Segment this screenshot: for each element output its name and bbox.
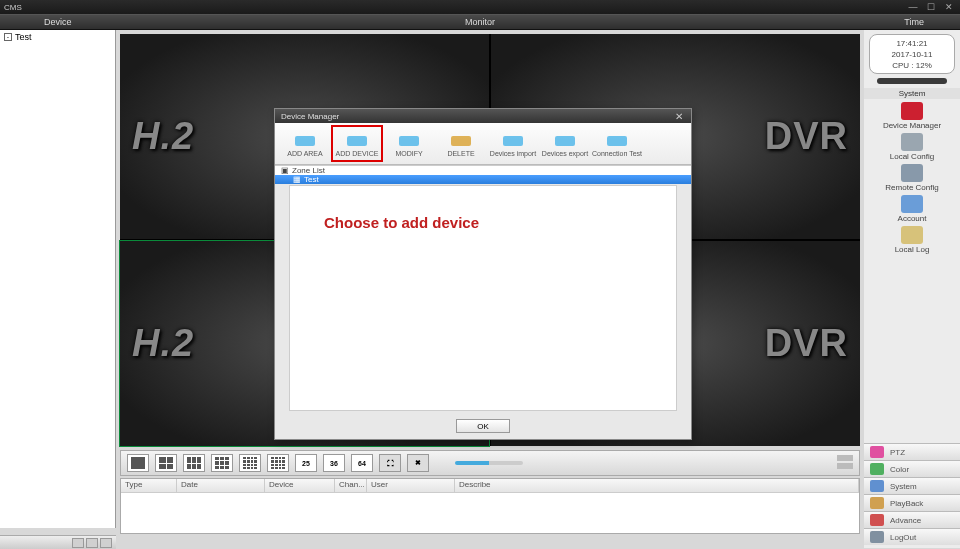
toolbar-label: MODIFY — [395, 150, 422, 157]
svg-rect-4 — [503, 136, 523, 146]
system-icon — [901, 133, 923, 151]
grid-1-button[interactable] — [127, 454, 149, 472]
th-type[interactable]: Type — [121, 479, 177, 492]
system-item-device-manager[interactable]: Device Manager — [883, 102, 941, 130]
devices-export-button[interactable]: Devices export — [539, 125, 591, 162]
minimize-button[interactable]: — — [906, 2, 920, 12]
window-controls: — ☐ ✕ — [906, 2, 956, 12]
maximize-button[interactable]: ☐ — [924, 2, 938, 12]
tree-root-label: Test — [15, 32, 32, 42]
svg-rect-1 — [347, 136, 367, 146]
tree-root-item[interactable]: - Test — [0, 30, 115, 44]
toolbar-icon — [291, 131, 319, 149]
system-item-account[interactable]: Account — [883, 195, 941, 223]
ptz-icon — [870, 446, 884, 458]
th-channel[interactable]: Chan... — [335, 479, 367, 492]
advance-icon — [870, 514, 884, 526]
modify-button[interactable]: MODIFY — [383, 125, 435, 162]
system-icon — [870, 480, 884, 492]
grid-9-button[interactable] — [211, 454, 233, 472]
topbar: Device Monitor Time — [0, 14, 960, 30]
tab-system[interactable]: System — [864, 477, 960, 494]
grid-6-button[interactable] — [183, 454, 205, 472]
tab-label: PTZ — [890, 448, 905, 457]
system-label: Remote Config — [885, 183, 938, 192]
date-text: 2017-10-11 — [870, 49, 954, 60]
toolbar-icon — [499, 131, 527, 149]
connection-test-button[interactable]: Connection Test — [591, 125, 643, 162]
fullscreen-button[interactable]: ⛶ — [379, 454, 401, 472]
th-device[interactable]: Device — [265, 479, 335, 492]
divider — [877, 78, 947, 84]
cell-logo-right: DVR — [765, 322, 848, 365]
dialog-titlebar: Device Manager ✕ — [275, 109, 691, 123]
grid-36-button[interactable]: 36 — [323, 454, 345, 472]
snapshot-button[interactable]: ✖ — [407, 454, 429, 472]
toolbar-icon — [395, 131, 423, 149]
toolbar-icon — [343, 131, 371, 149]
svg-rect-5 — [555, 136, 575, 146]
toolbar-label: ADD DEVICE — [336, 150, 379, 157]
dialog-tree: ▣ Zone List ▦ Test — [275, 165, 691, 183]
device-icon: ▦ — [293, 175, 301, 184]
system-label: Account — [898, 214, 927, 223]
svg-rect-2 — [399, 136, 419, 146]
toolbar-label: Connection Test — [592, 150, 642, 157]
devices-import-button[interactable]: Devices import — [487, 125, 539, 162]
th-describe[interactable]: Describe — [455, 479, 859, 492]
svg-rect-3 — [451, 136, 471, 146]
grid-25-button[interactable]: 25 — [295, 454, 317, 472]
cell-logo-left: H.2 — [132, 115, 194, 158]
th-user[interactable]: User — [367, 479, 455, 492]
table-header: Type Date Device Chan... User Describe — [121, 479, 859, 493]
tab-ptz[interactable]: PTZ — [864, 443, 960, 460]
add-area-button[interactable]: ADD AREA — [279, 125, 331, 162]
system-item-local-log[interactable]: Local Log — [883, 226, 941, 254]
tab-color[interactable]: Color — [864, 460, 960, 477]
tab-advance[interactable]: Advance — [864, 511, 960, 528]
status-icon-1[interactable] — [72, 538, 84, 548]
cell-logo-left: H.2 — [132, 322, 194, 365]
system-label: Device Manager — [883, 121, 941, 130]
grid-16b-button[interactable] — [267, 454, 289, 472]
status-icon-3[interactable] — [100, 538, 112, 548]
tree-expand-icon[interactable]: - — [4, 33, 12, 41]
dialog-body: Choose to add device — [289, 185, 677, 411]
scale-control[interactable] — [837, 455, 853, 471]
status-icon-2[interactable] — [86, 538, 98, 548]
clock-text: 17:41:21 — [870, 38, 954, 49]
dialog-toolbar: ADD AREAADD DEVICEMODIFYDELETEDevices im… — [275, 123, 691, 165]
system-icon — [901, 195, 923, 213]
topbar-device-label: Device — [44, 17, 72, 27]
tab-playback[interactable]: PlayBack — [864, 494, 960, 511]
toolbar-label: Devices export — [542, 150, 588, 157]
th-date[interactable]: Date — [177, 479, 265, 492]
close-button[interactable]: ✕ — [942, 2, 956, 12]
volume-slider[interactable] — [455, 461, 523, 465]
system-item-remote-config[interactable]: Remote Config — [883, 164, 941, 192]
dialog-close-button[interactable]: ✕ — [673, 111, 685, 121]
toolbar-label: DELETE — [447, 150, 474, 157]
logout-icon — [870, 531, 884, 543]
delete-button[interactable]: DELETE — [435, 125, 487, 162]
tab-logout[interactable]: LogOut — [864, 528, 960, 545]
color-icon — [870, 463, 884, 475]
svg-rect-6 — [607, 136, 627, 146]
cell-logo-right: DVR — [765, 115, 848, 158]
toolbar-label: ADD AREA — [287, 150, 322, 157]
tab-label: PlayBack — [890, 499, 923, 508]
add-device-button[interactable]: ADD DEVICE — [331, 125, 383, 162]
zone-child-selected[interactable]: ▦ Test — [275, 175, 691, 184]
grid-64-button[interactable]: 64 — [351, 454, 373, 472]
zone-child-label: Test — [304, 175, 319, 184]
playback-icon — [870, 497, 884, 509]
toolbar-icon — [603, 131, 631, 149]
log-table: Type Date Device Chan... User Describe — [120, 478, 860, 534]
zone-list-root[interactable]: ▣ Zone List — [275, 166, 691, 175]
system-icon — [901, 226, 923, 244]
ok-button[interactable]: OK — [456, 419, 510, 433]
tab-label: LogOut — [890, 533, 916, 542]
system-item-local-config[interactable]: Local Config — [883, 133, 941, 161]
grid-16-button[interactable] — [239, 454, 261, 472]
grid-4-button[interactable] — [155, 454, 177, 472]
